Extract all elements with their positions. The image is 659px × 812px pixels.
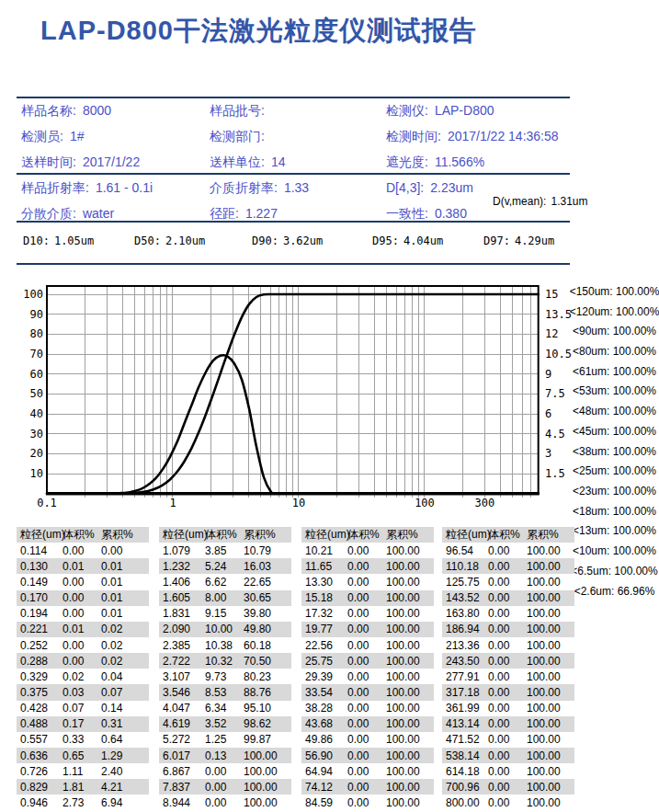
table-cell: 0.00: [344, 781, 382, 794]
table-cell: 0.252: [17, 639, 59, 652]
table-cell: 0.00: [344, 733, 382, 746]
field-test-time: 检测时间:2017/1/22 14:36:58: [386, 129, 559, 145]
table-cell: 84.59: [301, 796, 344, 809]
table-cell: 体积%: [201, 527, 240, 543]
table-cell: 0.65: [59, 749, 97, 762]
table-cell: 体积%: [484, 527, 523, 543]
table-row: 0.9462.736.94: [17, 795, 149, 810]
table-header-row: 粒径(um)体积%累积%: [301, 527, 434, 543]
axis-tick-label: 1: [169, 497, 176, 509]
table-cell: 100.00: [382, 796, 434, 809]
table-cell: 0.13: [201, 749, 240, 762]
table-cell: 13.30: [301, 576, 344, 589]
table-cell: 6.867: [159, 765, 201, 778]
field-value: 8000: [83, 103, 111, 118]
table-cell: 213.36: [442, 639, 484, 652]
table-cell: 471.52: [442, 733, 484, 746]
table-cell: 110.18: [442, 560, 484, 573]
table-cell: 0.17: [59, 717, 97, 730]
axis-tick-label: 10: [292, 497, 305, 509]
table-row: 2.72210.3270.50: [159, 653, 291, 669]
table-cell: 4.21: [97, 781, 149, 794]
table-cell: 0.07: [97, 686, 149, 699]
field-label: D[4,3]:: [386, 180, 424, 195]
axis-tick-label: 10.5: [545, 348, 572, 360]
table-cell: 6.34: [201, 702, 240, 715]
table-row: 0.1490.000.01: [17, 574, 149, 589]
table-cell: 0.00: [344, 702, 382, 715]
table-cell: 0.02: [97, 639, 149, 652]
table-cell: 100.00: [240, 781, 291, 794]
size-table-2: 粒径(um)体积%累积%1.0793.8510.791.2325.2416.03…: [159, 527, 291, 811]
field-d10: D10:1.05um: [23, 234, 94, 247]
table-row: 11.650.00100.00: [301, 558, 434, 574]
table-cell: 1.29: [97, 749, 149, 762]
field-label: 介质折射率:: [210, 180, 278, 195]
table-cell: 125.75: [442, 576, 484, 589]
table-cell: 0.00: [344, 655, 382, 668]
table-cell: 100.00: [523, 733, 574, 746]
field-value: 0.380: [435, 206, 467, 221]
table-cell: 100.00: [523, 655, 574, 668]
table-cell: 0.00: [344, 639, 382, 652]
axis-tick-label: 12: [545, 327, 558, 340]
table-cell: 粒径(um): [159, 527, 201, 543]
table-row: 538.140.00100.00: [442, 748, 574, 763]
table-cell: 3.85: [201, 544, 240, 557]
field-value: 1.33: [284, 180, 309, 195]
field-d95: D95:4.04um: [372, 234, 443, 247]
table-cell: 9.15: [201, 607, 240, 620]
field-label: 遮光度:: [386, 154, 428, 169]
chart-shape: [47, 294, 539, 494]
threshold-item: <48um: 100.00%: [570, 401, 659, 421]
table-row: 0.2880.000.02: [17, 653, 149, 669]
table-cell: 0.00: [484, 655, 523, 668]
table-cell: 2.73: [59, 796, 97, 809]
table-row: 0.2520.000.02: [17, 637, 149, 653]
field-d50: D50:2.10um: [134, 234, 205, 247]
axis-tick-label: 90: [30, 308, 43, 321]
field-value: 1#: [70, 129, 85, 143]
threshold-list: <150um: 100.00%<120um: 100.00%<90um: 100…: [570, 281, 659, 601]
table-cell: 体积%: [59, 527, 97, 543]
table-cell: 累积%: [523, 527, 574, 543]
field-value: 2017/1/22 14:36:58: [448, 129, 559, 143]
page-title: LAP-D800干法激光粒度仪测试报告: [40, 13, 477, 50]
table-cell: 0.01: [97, 591, 149, 604]
field-label: 送样单位:: [210, 154, 265, 169]
table-row: 0.1940.000.01: [17, 606, 149, 622]
table-row: 1.6058.0030.65: [159, 590, 291, 606]
table-cell: 0.01: [97, 607, 149, 620]
table-cell: 16.03: [240, 560, 291, 573]
table-cell: 0.00: [484, 639, 523, 652]
table-cell: 100.00: [240, 796, 291, 809]
threshold-item: <80um: 100.00%: [570, 341, 659, 361]
field-label: 样品名称:: [21, 103, 76, 118]
table-row: 800.000.00100.00: [442, 795, 574, 810]
table-cell: 11.65: [301, 560, 344, 573]
field-label: 样品折射率:: [21, 180, 89, 195]
table-cell: 粒径(um): [301, 527, 344, 543]
table-cell: 0.01: [59, 560, 97, 573]
table-cell: 0.829: [17, 781, 59, 794]
divider: [17, 173, 570, 175]
table-cell: 10.79: [240, 544, 291, 557]
table-row: 413.140.00100.00: [442, 716, 574, 732]
table-cell: 0.00: [484, 733, 523, 746]
field-value: 4.04um: [403, 234, 443, 247]
threshold-item: <10um: 100.00%: [570, 541, 659, 561]
table-cell: 1.831: [159, 607, 201, 620]
table-row: 277.910.00100.00: [442, 669, 574, 684]
field-sample-ri: 样品折射率:1.61 - 0.1i: [21, 180, 153, 197]
table-cell: 0.00: [201, 796, 240, 809]
field-label: 径距:: [210, 206, 239, 221]
table-cell: 56.90: [301, 749, 344, 762]
axis-tick-label: 10: [30, 467, 43, 480]
field-value: 1.31um: [551, 195, 587, 208]
table-cell: 70.50: [240, 655, 291, 668]
table-cell: 1.81: [59, 781, 97, 794]
table-cell: 0.329: [17, 670, 59, 683]
table-cell: 0.02: [97, 623, 149, 635]
axis-tick-label: 13.5: [545, 308, 572, 321]
table-cell: 100.00: [523, 796, 574, 809]
